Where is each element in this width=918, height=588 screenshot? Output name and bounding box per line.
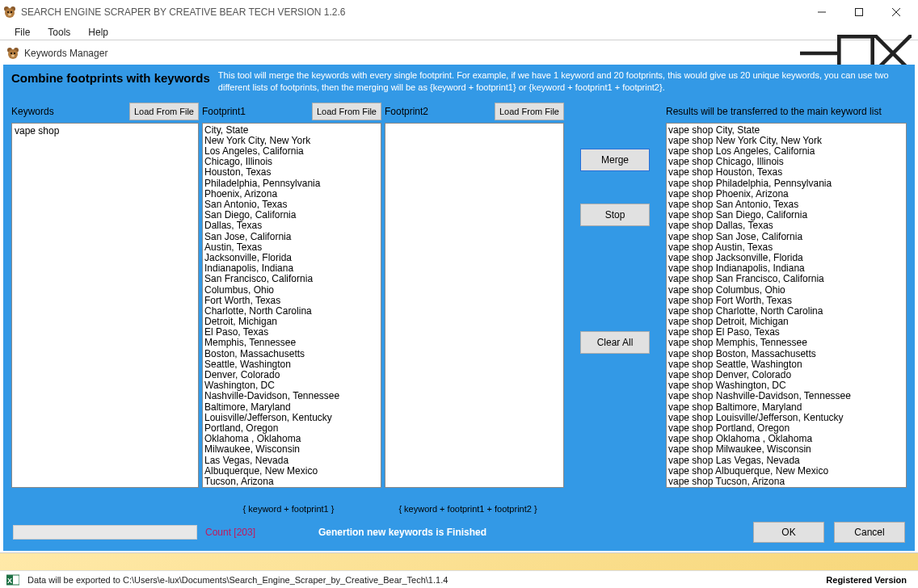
results-item[interactable]: vape shop Milwaukee, Wisconsin (668, 444, 904, 455)
footprint1-item[interactable]: City, State (204, 125, 379, 136)
footprint1-item[interactable]: Boston, Massachusetts (204, 349, 379, 359)
svg-point-4 (11, 11, 12, 13)
sub-title-bar: Keywords Manager (3, 42, 915, 65)
results-item[interactable]: vape shop San Jose, California (668, 232, 904, 242)
svg-rect-7 (856, 9, 863, 16)
results-item[interactable]: vape shop Columbus, Ohio (668, 285, 904, 296)
results-item[interactable]: vape shop Dallas, Texas (668, 220, 904, 231)
svg-point-5 (8, 14, 11, 16)
results-column: Results will be transferred to the main … (666, 100, 907, 502)
stop-button[interactable]: Stop (580, 204, 650, 226)
svg-point-3 (7, 11, 9, 13)
main-title-bar: SEARCH ENGINE SCRAPER BY CREATIVE BEAR T… (0, 0, 918, 24)
control-buttons-column: Merge Stop Clear All (567, 100, 663, 502)
results-item[interactable]: vape shop City, State (668, 125, 904, 136)
keywords-textarea[interactable] (11, 123, 199, 488)
footprint2-header: Footprint2 Load From File (385, 100, 564, 123)
footprint2-textarea[interactable] (385, 123, 564, 488)
results-item[interactable]: vape shop Fort Worth, Texas (668, 296, 904, 306)
ok-button[interactable]: OK (753, 522, 824, 543)
results-item[interactable]: vape shop Austin, Texas (668, 242, 904, 253)
hint-fp1: { keyword + footprint1 } (199, 504, 378, 514)
footprint1-header: Footprint1 Load From File (202, 100, 381, 123)
footprint1-item[interactable]: Fresno, California (204, 487, 379, 488)
footprint1-column: Footprint1 Load From File City, StateNew… (202, 100, 381, 502)
results-item[interactable]: vape shop Louisville/Jefferson, Kentucky (668, 413, 904, 423)
registered-version-text: Registered Version (826, 575, 912, 585)
menu-help[interactable]: Help (80, 25, 116, 40)
keywords-load-button[interactable]: Load From File (129, 103, 199, 120)
svg-point-2 (5, 8, 15, 18)
results-item[interactable]: vape shop Baltimore, Maryland (668, 402, 904, 413)
footprint1-item[interactable]: Milwaukee, Wisconsin (204, 444, 379, 455)
footprint1-item[interactable]: Albuquerque, New Mexico (204, 466, 379, 477)
blue-panel: Combine footprints with keywords This to… (3, 65, 915, 551)
results-item[interactable]: vape shop Memphis, Tennessee (668, 338, 904, 348)
footprint1-item[interactable]: San Francisco, California (204, 274, 379, 284)
sub-minimize-button[interactable] (800, 42, 837, 65)
merge-button[interactable]: Merge (580, 149, 650, 171)
menu-tools[interactable]: Tools (40, 25, 78, 40)
results-listbox[interactable]: vape shop City, Statevape shop New York … (666, 123, 907, 488)
bottom-row: Count [203] Genertion new keywords is Fi… (3, 515, 915, 551)
footprint2-column: Footprint2 Load From File (385, 100, 564, 502)
footprint1-item[interactable]: Philadelphia, Pennsylvania (204, 178, 379, 189)
sub-close-button[interactable] (874, 42, 912, 65)
footprint1-label: Footprint1 (202, 106, 246, 117)
keywords-manager-window: Keywords Manager Combine footprints with… (3, 42, 915, 551)
sub-window-controls (800, 42, 912, 65)
results-header: Results will be transferred to the main … (666, 100, 907, 123)
excel-icon: X (6, 573, 19, 586)
results-item[interactable]: vape shop Houston, Texas (668, 167, 904, 178)
results-item[interactable]: vape shop San Francisco, California (668, 274, 904, 284)
cancel-button[interactable]: Cancel (834, 522, 905, 543)
hint-fp2: { keyword + footprint1 + footprint2 } (378, 504, 558, 514)
menu-file[interactable]: File (6, 25, 38, 40)
footprint1-item[interactable]: Houston, Texas (204, 167, 379, 178)
clear-all-button[interactable]: Clear All (580, 331, 650, 354)
sub-bear-icon (6, 47, 19, 60)
count-label: Count [203] (205, 527, 278, 538)
footprint2-load-button[interactable]: Load From File (495, 103, 564, 120)
results-label: Results will be transferred to the main … (666, 106, 882, 117)
keywords-column: Keywords Load From File (11, 100, 199, 502)
svg-point-13 (11, 52, 12, 54)
svg-point-12 (8, 49, 18, 59)
svg-point-14 (14, 52, 15, 54)
hint-row: { keyword + footprint1 } { keyword + foo… (3, 502, 915, 515)
main-close-button[interactable] (878, 0, 915, 24)
footprint1-load-button[interactable]: Load From File (312, 103, 381, 120)
main-title-text: SEARCH ENGINE SCRAPER BY CREATIVE BEAR T… (21, 6, 803, 18)
ok-cancel-group: OK Cancel (753, 522, 905, 543)
main-minimize-button[interactable] (803, 0, 840, 24)
export-path-text: Data will be exported to C:\Users\e-lux\… (27, 575, 826, 585)
main-maximize-button[interactable] (840, 0, 878, 24)
results-item[interactable]: vape shop Las Vegas, Nevada (668, 456, 904, 466)
footprint1-item[interactable]: Columbus, Ohio (204, 285, 379, 296)
columns-area: Keywords Load From File Footprint1 Load … (3, 97, 915, 502)
footprint1-item[interactable]: Las Vegas, Nevada (204, 456, 379, 466)
footprint1-item[interactable]: Nashville-Davidson, Tennessee (204, 391, 379, 401)
gold-status-strip (0, 552, 918, 570)
footprint1-item[interactable]: Memphis, Tennessee (204, 338, 379, 348)
results-item[interactable]: vape shop Nashville-Davidson, Tennessee (668, 391, 904, 401)
results-item[interactable]: vape shop Boston, Massachusetts (668, 349, 904, 359)
footprint1-listbox[interactable]: City, StateNew York City, New YorkLos An… (202, 123, 381, 488)
status-message: Genertion new keywords is Finished (286, 527, 745, 538)
sub-maximize-button[interactable] (837, 42, 874, 65)
footprint1-item[interactable]: Austin, Texas (204, 242, 379, 253)
footprint1-item[interactable]: Baltimore, Maryland (204, 402, 379, 413)
app-bear-icon (3, 6, 16, 19)
results-item[interactable]: vape shop Fresno, California (668, 487, 904, 488)
header-row: Combine footprints with keywords This to… (3, 65, 915, 97)
results-item[interactable]: vape shop Philadelphia, Pennsylvania (668, 178, 904, 189)
footprint1-item[interactable]: Dallas, Texas (204, 220, 379, 231)
footprint1-item[interactable]: San Jose, California (204, 232, 379, 242)
footprint1-item[interactable]: Fort Worth, Texas (204, 296, 379, 306)
footprint2-label: Footprint2 (385, 106, 428, 117)
svg-text:X: X (7, 577, 12, 585)
hint-spacer (11, 504, 199, 514)
footprint1-item[interactable]: Louisville/Jefferson, Kentucky (204, 413, 379, 423)
results-item[interactable]: vape shop Albuquerque, New Mexico (668, 466, 904, 477)
keywords-label: Keywords (11, 106, 54, 117)
